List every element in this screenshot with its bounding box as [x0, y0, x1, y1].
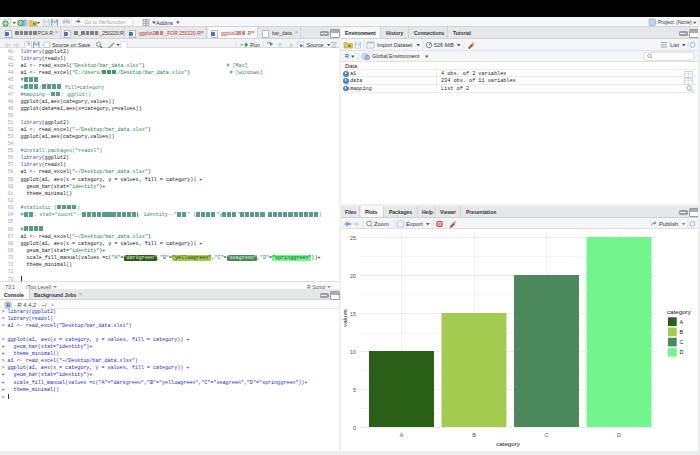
- svg-text:B: B: [472, 432, 476, 438]
- svg-text:Global Environment: Global Environment: [372, 53, 420, 59]
- svg-text:Zoom: Zoom: [374, 221, 389, 227]
- svg-text:List: List: [670, 42, 679, 48]
- svg-text:category: category: [496, 440, 521, 447]
- svg-text:C: C: [680, 339, 684, 345]
- svg-text:Go to file/function: Go to file/function: [84, 19, 126, 25]
- svg-text:R: R: [345, 53, 349, 59]
- svg-text:D: D: [680, 349, 684, 355]
- svg-text:A: A: [400, 432, 404, 438]
- svg-text:values: values: [341, 309, 348, 327]
- svg-text:C: C: [545, 432, 549, 438]
- svg-text:B: B: [680, 329, 684, 335]
- svg-text:10: 10: [350, 349, 356, 355]
- svg-text:R: R: [6, 302, 11, 308]
- svg-text:15: 15: [350, 311, 356, 317]
- svg-text:A: A: [680, 319, 684, 325]
- svg-text:25: 25: [350, 235, 356, 241]
- svg-text:D: D: [617, 432, 621, 438]
- svg-text:526 MiB: 526 MiB: [434, 42, 454, 48]
- svg-text:Project: (None): Project: (None): [658, 19, 692, 25]
- svg-text:0: 0: [353, 425, 356, 431]
- svg-text:20: 20: [350, 273, 356, 279]
- svg-text:Addins: Addins: [156, 20, 173, 26]
- svg-text:· R 4.4.2 · ~/: · R 4.4.2 · ~/: [14, 302, 47, 308]
- svg-text:5: 5: [353, 387, 356, 393]
- svg-text:Export: Export: [406, 221, 423, 227]
- svg-text:Publish: Publish: [659, 221, 678, 227]
- svg-text:Import Dataset: Import Dataset: [377, 42, 413, 48]
- svg-text:category: category: [667, 308, 692, 315]
